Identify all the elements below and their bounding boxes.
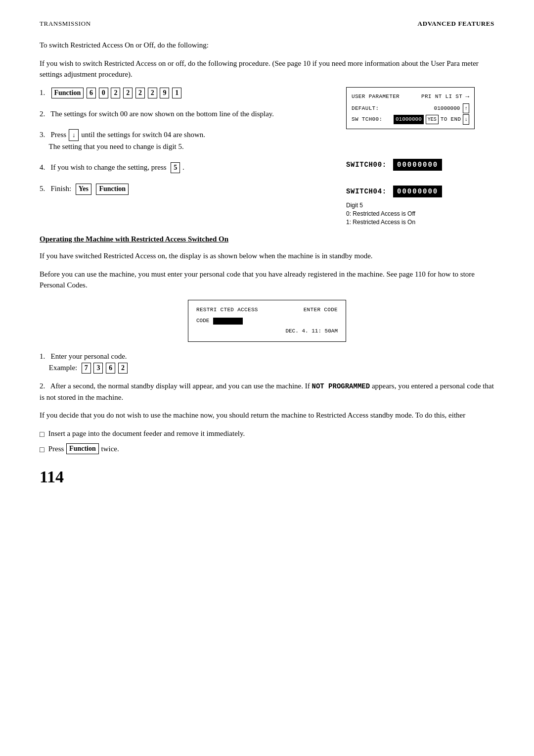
code-label: CODE xyxy=(196,316,209,326)
param-row1-right: PRI NT LI ST xyxy=(421,92,462,101)
digit-note1: 0: Restricted Access is Off xyxy=(346,210,494,218)
step1-key-9[interactable]: 9 xyxy=(160,88,169,98)
switch04-bits: 00000000 xyxy=(393,186,442,197)
intro-text2: If you wish to switch Restricted Access … xyxy=(40,58,494,80)
section-heading: Operating the Machine with Restricted Ac… xyxy=(40,235,494,243)
not-programmed-text: NOT PROGRAMMED xyxy=(312,382,370,390)
step1-function-key[interactable]: Function xyxy=(51,88,84,98)
digit-notes: Digit 5 0: Restricted Access is Off 1: R… xyxy=(346,201,494,226)
intro-text1: To switch Restricted Access On or Off, d… xyxy=(40,40,494,51)
switch00-label: SWITCH00: xyxy=(346,161,387,169)
step-2: 2. The settings for switch 00 are now sh… xyxy=(40,108,331,120)
enter-code-label: ENTER CODE xyxy=(304,305,338,315)
step2-text: The settings for switch 00 are now shown… xyxy=(50,110,274,118)
date-display: DEC. 4. 11: 50AM xyxy=(285,328,338,334)
page-header: TRANSMISSION ADVANCED FEATURES xyxy=(40,20,494,28)
steps-main: 1. Function 6 0 2 2 2 2 9 1 2. The setti… xyxy=(40,87,331,205)
step1-key-2[interactable]: 2 xyxy=(135,88,145,98)
bullet-item-2: □ Press Function twice. xyxy=(40,443,494,456)
example-keys: 7 3 6 2 xyxy=(81,364,128,372)
step5-function-key[interactable]: Function xyxy=(96,184,129,194)
example-key-2[interactable]: 2 xyxy=(118,363,128,374)
step3-text2: until the settings for switch 04 are sho… xyxy=(81,131,205,139)
header-right: ADVANCED FEATURES xyxy=(418,20,494,28)
step5-text: Finish: xyxy=(51,185,72,192)
bullet-sym-2: □ xyxy=(40,444,44,456)
param-up-arrow: ↑ xyxy=(463,103,469,114)
date-row: DEC. 4. 11: 50AM xyxy=(196,327,338,336)
switch04-display: SWITCH04: 00000000 xyxy=(346,186,494,197)
switch00-display: SWITCH00: 00000000 xyxy=(346,159,494,171)
final-para: If you decide that you do not wish to us… xyxy=(40,410,494,421)
step-4: 4. If you wish to change the setting, pr… xyxy=(40,162,331,173)
example-key-7[interactable]: 7 xyxy=(82,363,91,374)
param-yes: YES xyxy=(426,115,439,124)
bullet1-text: Insert a page into the document feeder a… xyxy=(48,428,245,439)
param-default-value: 01000000 xyxy=(434,104,460,113)
step3-num: 3. xyxy=(40,131,49,139)
param-down-btn: ↓ xyxy=(463,114,469,125)
step1-key-0[interactable]: 0 xyxy=(99,88,108,98)
step4-key[interactable]: 5 xyxy=(171,162,180,173)
digit-label: Digit 5 xyxy=(346,201,494,210)
switch00-bits: 00000000 xyxy=(393,159,442,171)
bullet-sym-1: □ xyxy=(40,428,44,440)
restricted-access-label: RESTRI CTED ACCESS xyxy=(196,305,258,315)
param-display-box: USER PARAMETER PRI NT LI ST → DEFAULT: 0… xyxy=(346,87,475,129)
step4-text1: If you wish to change the setting, press xyxy=(51,163,167,171)
step1-num: 1. xyxy=(40,89,49,96)
step5-yes-key[interactable]: Yes xyxy=(76,184,91,194)
step1-key-2[interactable]: 2 xyxy=(111,88,120,98)
bullet-item-1: □ Insert a page into the document feeder… xyxy=(40,428,494,440)
step3-text1: Press xyxy=(51,131,67,139)
step-5: 5. Finish: Yes Function xyxy=(40,183,331,194)
enter-step1-example: Example: xyxy=(49,364,77,372)
down-arrow-btn[interactable]: ↓ xyxy=(69,129,79,141)
enter-step1: 1. Enter your personal code. Example: 7 … xyxy=(40,351,494,374)
digit-note2: 1: Restricted Access is On xyxy=(346,218,494,227)
param-switch-value: 01000000 xyxy=(394,115,424,124)
steps-area: 1. Function 6 0 2 2 2 2 9 1 2. The setti… xyxy=(40,87,494,227)
code-input-block xyxy=(213,318,243,325)
switch04-area: SWITCH04: 00000000 Digit 5 0: Restricted… xyxy=(346,186,494,226)
code-row: CODE xyxy=(196,316,338,326)
step1-key-1[interactable]: 1 xyxy=(172,88,181,98)
param-arrow-right: → xyxy=(465,92,469,102)
param-switch-label: SW TCH00: xyxy=(352,115,382,124)
page-number: 114 xyxy=(40,468,494,486)
para1: If you have switched Restricted Access o… xyxy=(40,250,494,262)
step4-text2: . xyxy=(182,163,184,171)
param-default-label: DEFAULT: xyxy=(352,104,379,113)
example-key-3[interactable]: 3 xyxy=(93,363,103,374)
step2-num: 2. xyxy=(40,110,49,118)
step1-key-6[interactable]: 6 xyxy=(87,88,96,98)
restricted-display-box: RESTRI CTED ACCESS ENTER CODE CODE DEC. … xyxy=(188,300,346,342)
param-row3: SW TCH00: 01000000 YES TO END ↓ xyxy=(352,114,469,125)
step5-num: 5. xyxy=(40,185,49,192)
step4-num: 4. xyxy=(40,163,49,171)
param-to-end: TO END xyxy=(441,115,461,124)
enter-step1-text: Enter your personal code. xyxy=(51,352,127,360)
bullet2-function-key[interactable]: Function xyxy=(66,443,99,454)
step1-keys: 6 0 2 2 2 2 9 1 xyxy=(86,89,182,96)
enter-step1-num: 1. xyxy=(40,352,49,360)
enter-step2-text: After a second, the normal standby displ… xyxy=(50,382,310,390)
step1-key-2[interactable]: 2 xyxy=(148,88,157,98)
bullet2-text2: twice. xyxy=(101,443,119,455)
param-row1: USER PARAMETER PRI NT LI ST → xyxy=(352,92,469,102)
para2: Before you can use the machine, you must… xyxy=(40,269,494,291)
step3-text3: The setting that you need to change is d… xyxy=(48,142,183,150)
switch-right-col: USER PARAMETER PRI NT LI ST → DEFAULT: 0… xyxy=(346,87,494,227)
param-row1-left: USER PARAMETER xyxy=(352,92,400,101)
header-left: TRANSMISSION xyxy=(40,20,91,28)
step-3: 3. Press ↓ until the settings for switch… xyxy=(40,129,331,152)
example-key-6[interactable]: 6 xyxy=(106,363,115,374)
param-row2: DEFAULT: 01000000 ↑ xyxy=(352,103,469,114)
restricted-top-row: RESTRI CTED ACCESS ENTER CODE xyxy=(196,305,338,315)
switch04-label: SWITCH04: xyxy=(346,188,387,195)
step-1: 1. Function 6 0 2 2 2 2 9 1 xyxy=(40,87,331,98)
enter-step2: 2. After a second, the normal standby di… xyxy=(40,380,494,403)
step1-key-2[interactable]: 2 xyxy=(123,88,133,98)
bullet2-text1: Press xyxy=(48,443,64,455)
enter-step2-num: 2. xyxy=(40,382,49,390)
